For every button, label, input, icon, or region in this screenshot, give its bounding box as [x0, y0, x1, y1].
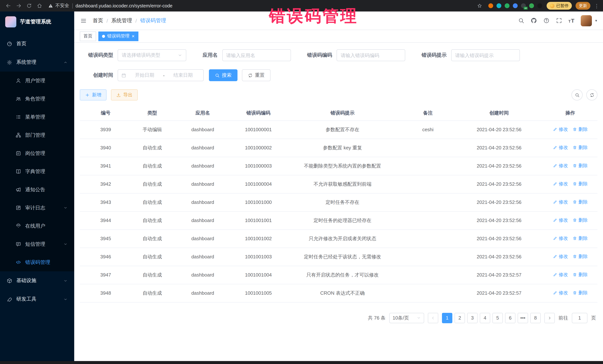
- pencil-icon: [553, 254, 557, 259]
- page-button[interactable]: 3: [467, 313, 477, 323]
- edit-link[interactable]: 修改: [553, 290, 568, 296]
- sidebar-item-dept[interactable]: 部门管理: [0, 126, 74, 144]
- cell-code: 1001000002: [232, 139, 284, 157]
- add-button[interactable]: 新增: [80, 89, 106, 100]
- reload-button[interactable]: [24, 1, 33, 10]
- sidebar-item-label: 通知公告: [25, 186, 45, 193]
- chevron-right-icon: [547, 316, 552, 320]
- page-button[interactable]: 6: [505, 313, 515, 323]
- delete-link[interactable]: 删除: [573, 126, 588, 133]
- cell-time: 2021-04-20 23:52:56: [455, 175, 543, 193]
- fullscreen-icon[interactable]: [556, 17, 562, 24]
- delete-link[interactable]: 删除: [573, 254, 588, 260]
- reset-button[interactable]: 重置: [242, 69, 270, 81]
- code-icon: [16, 259, 21, 265]
- delete-link[interactable]: 删除: [573, 217, 588, 223]
- chevron-down-icon: [63, 278, 68, 283]
- breadcrumb-item[interactable]: 首页: [93, 17, 103, 24]
- delete-link[interactable]: 删除: [573, 181, 588, 187]
- delete-link[interactable]: 删除: [573, 290, 588, 296]
- security-status[interactable]: 不安全: [48, 3, 69, 9]
- extension-icon[interactable]: [513, 3, 518, 8]
- table-refresh-button[interactable]: [586, 89, 597, 100]
- export-button[interactable]: 导出: [111, 89, 138, 100]
- extension-icon[interactable]: on: [521, 3, 526, 8]
- sidebar-item-system[interactable]: 系统管理: [0, 53, 74, 72]
- sidebar-item-post[interactable]: 岗位管理: [0, 144, 74, 162]
- edit-link[interactable]: 修改: [553, 272, 568, 278]
- cell-remark: ceshi: [401, 121, 455, 139]
- address-bar[interactable]: 不安全 dashboard.yudao.iocoder.cn/system/er…: [48, 3, 474, 9]
- extension-icon[interactable]: [505, 3, 510, 8]
- sidebar-item-dev-tools[interactable]: 研发工具: [0, 290, 74, 309]
- next-page-button[interactable]: [544, 313, 555, 323]
- edit-link[interactable]: 修改: [553, 254, 568, 260]
- goto-page-input[interactable]: [572, 313, 587, 323]
- sidebar-collapse-button[interactable]: [80, 17, 87, 24]
- extension-icon[interactable]: [529, 3, 534, 8]
- delete-link[interactable]: 删除: [573, 272, 588, 278]
- extension-icon[interactable]: [497, 3, 501, 8]
- delete-link[interactable]: 删除: [573, 144, 588, 151]
- page-button[interactable]: 4: [480, 313, 490, 323]
- avatar-caret-icon[interactable]: ▾: [595, 19, 597, 22]
- search-button[interactable]: 搜索: [209, 69, 237, 81]
- bookmark-star-button[interactable]: [475, 1, 484, 10]
- filter-error-code: 错误码编码: [307, 49, 405, 61]
- page-button[interactable]: 1: [442, 313, 452, 323]
- filter-error-type: 错误码类型 请选择错误码类型: [80, 49, 186, 61]
- sidebar-item-notice[interactable]: 通知公告: [0, 180, 74, 199]
- edit-link[interactable]: 修改: [553, 144, 568, 151]
- edit-link[interactable]: 修改: [553, 217, 568, 223]
- edit-link[interactable]: 修改: [553, 163, 568, 169]
- page-button[interactable]: 2: [454, 313, 465, 323]
- delete-link[interactable]: 删除: [573, 199, 588, 205]
- back-button[interactable]: [4, 1, 13, 10]
- page-size-select[interactable]: 10条/页: [389, 313, 424, 323]
- sidebar-item-online-user[interactable]: 在线用户: [0, 217, 74, 235]
- github-icon[interactable]: [531, 17, 537, 24]
- tab-error-code[interactable]: 错误码管理×: [98, 31, 138, 41]
- sidebar-item-error-code[interactable]: 错误码管理: [0, 253, 74, 271]
- forward-button[interactable]: [14, 1, 23, 10]
- tab-close-icon[interactable]: ×: [132, 34, 135, 39]
- edit-link[interactable]: 修改: [553, 199, 568, 205]
- sidebar-item-audit-log[interactable]: 审计日志: [0, 199, 74, 217]
- sidebar-item-role[interactable]: 角色管理: [0, 90, 74, 108]
- chrome-menu-icon[interactable]: ⋮: [594, 3, 599, 9]
- breadcrumb-item[interactable]: 系统管理: [111, 17, 132, 24]
- sidebar-item-infra[interactable]: 基础设施: [0, 271, 74, 290]
- page-button[interactable]: 5: [492, 313, 503, 323]
- help-icon[interactable]: [543, 17, 549, 24]
- user-avatar[interactable]: [581, 15, 592, 26]
- delete-link[interactable]: 删除: [573, 235, 588, 242]
- sidebar-item-label: 审计日志: [25, 204, 45, 211]
- update-button[interactable]: 更新: [576, 2, 590, 10]
- extension-icon[interactable]: [537, 3, 542, 8]
- font-size-icon[interactable]: TT: [568, 18, 574, 23]
- home-button[interactable]: [35, 1, 44, 10]
- search-icon[interactable]: [518, 17, 524, 24]
- error-type-select[interactable]: 请选择错误码类型: [118, 49, 186, 61]
- app-name-input[interactable]: [226, 53, 287, 58]
- edit-link[interactable]: 修改: [553, 181, 568, 187]
- sidebar-item-sms[interactable]: 短信管理: [0, 235, 74, 253]
- page-button[interactable]: 8: [530, 313, 541, 323]
- table-search-button[interactable]: [571, 89, 583, 100]
- error-code-input[interactable]: [341, 53, 401, 58]
- error-msg-input[interactable]: [455, 53, 516, 58]
- prev-page-button[interactable]: [428, 313, 438, 323]
- delete-link[interactable]: 删除: [573, 163, 588, 169]
- edit-link[interactable]: 修改: [553, 126, 568, 133]
- sidebar-item-menu[interactable]: 菜单管理: [0, 108, 74, 126]
- pagination-more-button[interactable]: •••: [518, 313, 528, 323]
- sidebar-item-home[interactable]: 首页: [0, 34, 74, 53]
- sidebar-item-dict[interactable]: 字典管理: [0, 162, 74, 180]
- date-range-picker[interactable]: 开始日期 - 结束日期: [118, 69, 204, 81]
- tab-home[interactable]: 首页: [80, 31, 96, 41]
- sidebar-item-user[interactable]: 用户管理: [0, 72, 74, 90]
- edit-link[interactable]: 修改: [553, 235, 568, 242]
- trash-icon: [573, 145, 577, 150]
- extension-icon[interactable]: [488, 3, 493, 8]
- profile-paused-badge[interactable]: 已暂停: [547, 2, 572, 10]
